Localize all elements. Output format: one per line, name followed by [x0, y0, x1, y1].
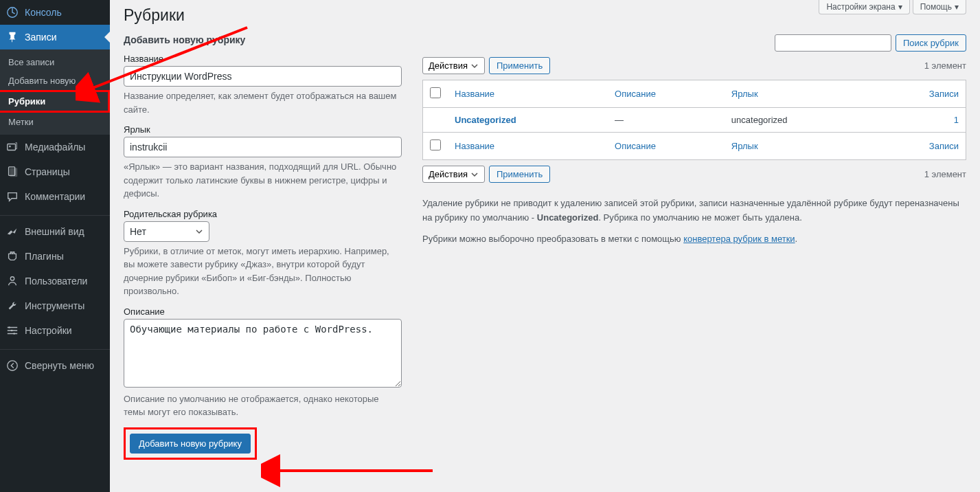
svg-point-2 [9, 146, 11, 148]
help-button[interactable]: Помощь ▾ [913, 0, 966, 14]
menu-label: Настройки [25, 325, 72, 336]
menu-label: Медиафайлы [25, 142, 85, 153]
menu-label: Записи [25, 32, 56, 43]
submenu-add-new[interactable]: Добавить новую [0, 71, 110, 90]
collapse-icon [5, 359, 19, 372]
tool-icon [5, 299, 19, 313]
slug-help: «Ярлык» — это вариант названия, подходящ… [124, 160, 402, 201]
menu-plugins[interactable]: Плагины [0, 244, 110, 269]
screen-options-button[interactable]: Настройки экрана ▾ [819, 0, 909, 14]
menu-settings[interactable]: Настройки [0, 318, 110, 343]
notes: Удаление рубрики не приводит к удалению … [422, 197, 966, 246]
slug-input[interactable] [124, 137, 402, 157]
submenu-tags[interactable]: Метки [0, 113, 110, 131]
name-label: Название [124, 54, 402, 64]
menu-label: Страницы [25, 166, 70, 177]
submenu-posts: Все записи Добавить новую Рубрики Метки [0, 49, 110, 135]
plugin-icon [5, 249, 19, 263]
col-name[interactable]: Название [455, 89, 494, 99]
menu-label: Внешний вид [25, 226, 84, 237]
table-row: Uncategorized — uncategorized 1 [423, 108, 966, 133]
user-icon [5, 274, 19, 288]
svg-point-9 [8, 361, 17, 370]
menu-appearance[interactable]: Внешний вид [0, 219, 110, 244]
svg-point-8 [13, 333, 15, 335]
dashboard-icon [5, 5, 19, 19]
parent-label: Родительская рубрика [124, 209, 402, 219]
menu-label: Комментарии [25, 191, 85, 202]
svg-point-5 [10, 277, 14, 280]
media-icon [5, 140, 19, 154]
menu-tools[interactable]: Инструменты [0, 293, 110, 318]
menu-label: Пользователи [25, 276, 87, 287]
slug-label: Ярлык [124, 124, 402, 135]
admin-sidebar: Консоль Записи Все записи Добавить новую… [0, 0, 110, 492]
settings-icon [5, 324, 19, 337]
menu-collapse[interactable]: Свернуть меню [0, 353, 110, 378]
pin-icon [5, 30, 19, 44]
row-slug: uncategorized [725, 108, 873, 133]
name-help: Название определяет, как элемент будет о… [124, 89, 402, 116]
comment-icon [5, 190, 19, 203]
search-button[interactable]: Поиск рубрик [896, 34, 966, 52]
menu-media[interactable]: Медиафайлы [0, 135, 110, 159]
select-all-bottom[interactable] [430, 139, 441, 150]
col-slug-bottom[interactable]: Ярлык [731, 141, 758, 151]
col-slug[interactable]: Ярлык [731, 89, 758, 99]
menu-label: Плагины [25, 251, 64, 262]
menu-users[interactable]: Пользователи [0, 269, 110, 293]
desc-help: Описание по умолчанию не отображается, о… [124, 392, 402, 419]
parent-help: Рубрики, в отличие от меток, могут иметь… [124, 245, 402, 298]
svg-point-6 [8, 326, 10, 328]
menu-posts[interactable]: Записи [0, 25, 110, 49]
add-category-button[interactable]: Добавить новую рубрику [130, 434, 251, 454]
menu-pages[interactable]: Страницы [0, 159, 110, 184]
bulk-action-select-top[interactable]: Действия [422, 57, 485, 74]
col-desc[interactable]: Описание [615, 89, 656, 99]
categories-table: Название Описание Ярлык Записи Uncategor… [422, 80, 966, 160]
select-all-top[interactable] [430, 87, 441, 98]
menu-dashboard[interactable]: Консоль [0, 0, 110, 25]
main-content: Настройки экрана ▾ Помощь ▾ Рубрики Доба… [110, 0, 980, 492]
form-heading: Добавить новую рубрику [124, 34, 402, 45]
appearance-icon [5, 225, 19, 238]
chevron-down-icon: ▾ [955, 2, 959, 12]
col-desc-bottom[interactable]: Описание [615, 141, 656, 151]
apply-button-bottom[interactable]: Применить [489, 166, 550, 183]
row-posts-link[interactable]: 1 [954, 115, 959, 125]
svg-rect-4 [10, 168, 17, 177]
row-title-link[interactable]: Uncategorized [455, 115, 516, 125]
col-name-bottom[interactable]: Название [455, 141, 494, 151]
bulk-action-select-bottom[interactable]: Действия [422, 166, 485, 183]
item-count-bottom: 1 элемент [924, 169, 966, 179]
apply-button-top[interactable]: Применить [489, 57, 550, 74]
page-icon [5, 165, 19, 179]
col-posts-bottom[interactable]: Записи [929, 141, 959, 151]
svg-rect-1 [8, 144, 16, 150]
chevron-down-icon: ▾ [898, 2, 902, 12]
menu-label: Инструменты [25, 300, 84, 311]
search-input[interactable] [775, 34, 891, 52]
menu-comments[interactable]: Комментарии [0, 184, 110, 209]
svg-point-7 [11, 330, 13, 332]
row-desc: — [608, 108, 725, 133]
col-posts[interactable]: Записи [929, 89, 959, 99]
desc-textarea[interactable]: Обучающие материалы по работе с WordPres… [124, 319, 402, 388]
desc-label: Описание [124, 306, 402, 317]
submenu-categories[interactable]: Рубрики [0, 90, 110, 113]
menu-label: Консоль [25, 7, 62, 18]
item-count-top: 1 элемент [924, 60, 966, 71]
parent-select[interactable]: Нет [124, 221, 209, 242]
converter-link[interactable]: конвертера рубрик в метки [683, 234, 795, 244]
name-input[interactable] [124, 66, 402, 87]
menu-label: Свернуть меню [25, 360, 94, 371]
submenu-all-posts[interactable]: Все записи [0, 53, 110, 71]
